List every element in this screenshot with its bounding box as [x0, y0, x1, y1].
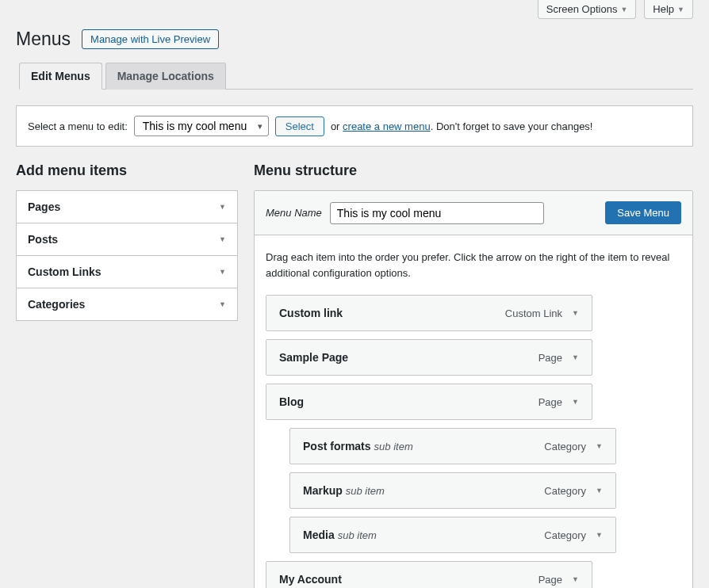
- chevron-down-icon: ▼: [219, 300, 226, 308]
- expand-item-icon[interactable]: ▼: [572, 575, 579, 583]
- screen-options-button[interactable]: Screen Options ▼: [538, 0, 637, 19]
- help-button[interactable]: Help ▼: [644, 0, 693, 19]
- expand-item-icon[interactable]: ▼: [596, 531, 603, 539]
- accordion-categories[interactable]: Categories ▼: [17, 288, 237, 320]
- menu-items-list: Custom linkCustom Link▼Sample PagePage▼B…: [266, 295, 681, 588]
- accordion-custom-links[interactable]: Custom Links ▼: [17, 256, 237, 288]
- menu-item-title: Sample Page: [279, 351, 348, 364]
- chevron-down-icon: ▼: [677, 6, 684, 13]
- menu-instructions: Drag each item into the order you prefer…: [266, 250, 681, 281]
- menu-item-type: Page: [538, 574, 562, 586]
- select-menu-button[interactable]: Select: [275, 116, 324, 136]
- menu-item-title: Custom link: [279, 307, 343, 319]
- chevron-down-icon: ▼: [219, 203, 226, 211]
- menu-item-title: Post formats: [303, 440, 371, 452]
- menu-item[interactable]: Post formatssub itemCategory▼: [289, 428, 616, 464]
- accordion-pages[interactable]: Pages ▼: [17, 191, 237, 223]
- menu-item-title: Markup: [303, 484, 343, 497]
- menu-item[interactable]: Sample PagePage▼: [266, 339, 592, 376]
- accordion-label: Posts: [28, 233, 58, 246]
- menu-item[interactable]: Markupsub itemCategory▼: [289, 472, 616, 509]
- menu-item[interactable]: Custom linkCustom Link▼: [266, 295, 592, 331]
- menu-item-type: Category: [544, 441, 586, 452]
- menu-item[interactable]: BlogPage▼: [266, 384, 592, 420]
- chevron-down-icon: ▼: [219, 235, 226, 243]
- sub-item-label: sub item: [374, 441, 413, 452]
- save-menu-button[interactable]: Save Menu: [605, 201, 681, 224]
- sub-item-label: sub item: [346, 485, 385, 497]
- add-menu-items-heading: Add menu items: [16, 162, 238, 179]
- select-menu-label: Select a menu to edit:: [28, 120, 128, 132]
- menu-item-type: Category: [544, 529, 586, 541]
- menu-item-type: Custom Link: [505, 307, 562, 319]
- menu-select-dropdown[interactable]: This is my cool menu: [134, 116, 269, 136]
- menu-item[interactable]: Mediasub itemCategory▼: [289, 517, 616, 553]
- menu-item-type: Page: [538, 352, 562, 364]
- help-label: Help: [653, 3, 674, 15]
- menu-item-type: Page: [538, 396, 562, 408]
- save-notice-text: . Don't forget to save your changes!: [431, 120, 593, 132]
- chevron-down-icon: ▼: [219, 268, 226, 276]
- expand-item-icon[interactable]: ▼: [596, 442, 603, 450]
- page-title: Menus: [16, 29, 71, 50]
- expand-item-icon[interactable]: ▼: [572, 353, 579, 361]
- menu-item-title: My Account: [279, 573, 342, 586]
- accordion-label: Categories: [28, 298, 85, 311]
- menu-name-input[interactable]: [330, 202, 544, 224]
- menu-structure-heading: Menu structure: [254, 162, 693, 179]
- create-new-menu-link[interactable]: create a new menu: [343, 120, 431, 132]
- menu-item-type: Category: [544, 485, 586, 497]
- or-text: or: [331, 120, 340, 132]
- menu-name-label: Menu Name: [266, 207, 322, 219]
- screen-options-label: Screen Options: [546, 3, 618, 15]
- tabs: Edit Menus Manage Locations: [19, 63, 693, 90]
- expand-item-icon[interactable]: ▼: [572, 398, 579, 406]
- accordion-posts[interactable]: Posts ▼: [17, 223, 237, 256]
- menu-frame-header: Menu Name Save Menu: [255, 191, 692, 235]
- expand-item-icon[interactable]: ▼: [596, 487, 603, 494]
- expand-item-icon[interactable]: ▼: [572, 309, 579, 317]
- tab-manage-locations[interactable]: Manage Locations: [105, 63, 226, 90]
- menu-structure-frame: Menu Name Save Menu Drag each item into …: [254, 190, 693, 588]
- menu-item[interactable]: My AccountPage▼: [266, 561, 592, 588]
- live-preview-button[interactable]: Manage with Live Preview: [82, 29, 219, 49]
- menu-item-title: Media: [303, 529, 335, 541]
- chevron-down-icon: ▼: [620, 6, 627, 13]
- add-items-accordion: Pages ▼ Posts ▼ Custom Links ▼ Categorie…: [16, 190, 238, 321]
- menu-item-title: Blog: [279, 395, 304, 408]
- tab-edit-menus[interactable]: Edit Menus: [19, 63, 102, 90]
- accordion-label: Custom Links: [28, 265, 102, 278]
- accordion-label: Pages: [28, 200, 60, 213]
- sub-item-label: sub item: [338, 529, 377, 541]
- menu-selector-bar: Select a menu to edit: This is my cool m…: [16, 105, 693, 147]
